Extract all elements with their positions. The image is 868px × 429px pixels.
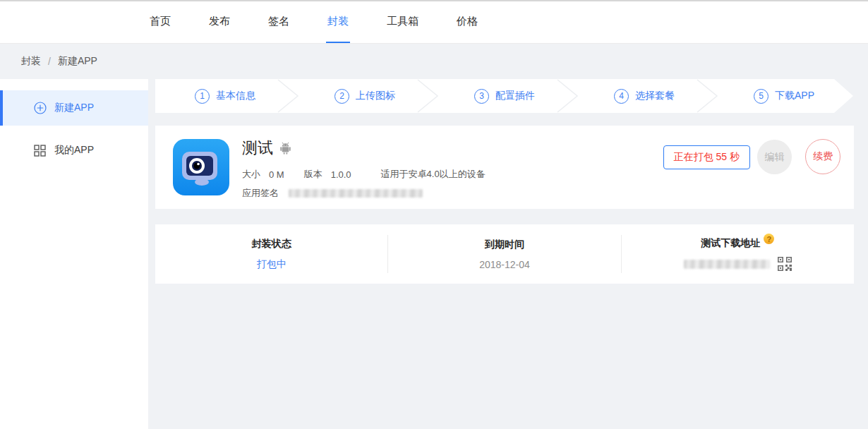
redacted-download-url — [684, 260, 770, 269]
wizard-steps: 1 基本信息 2 上传图标 3 配置插件 4 选择套餐 5 下载APP — [155, 79, 854, 113]
sidebar-item-new-app[interactable]: 新建APP — [0, 90, 148, 126]
download-url-column: 测试下载地址 ? — [622, 224, 854, 284]
renew-button[interactable]: 续费 — [805, 139, 840, 174]
step-download-app: 5 下载APP — [714, 79, 854, 113]
step-select-plan: 4 选择套餐 — [574, 79, 714, 113]
qr-code-icon[interactable] — [778, 257, 792, 271]
step-number: 1 — [195, 89, 210, 104]
version-value: 1.0.0 — [331, 169, 351, 180]
breadcrumb-current: 新建APP — [58, 55, 97, 68]
nav-item-sign[interactable]: 签名 — [267, 1, 291, 43]
app-card: 测试 — [155, 126, 854, 209]
step-label: 上传图标 — [356, 90, 395, 102]
expiry-title: 到期时间 — [485, 238, 524, 251]
sidebar-item-my-app[interactable]: 我的APP — [0, 133, 148, 168]
main-content: 1 基本信息 2 上传图标 3 配置插件 4 选择套餐 5 下载APP — [155, 79, 854, 284]
step-label: 下载APP — [775, 90, 814, 102]
nav-item-toolbox[interactable]: 工具箱 — [385, 1, 420, 43]
package-status-title: 封装状态 — [252, 238, 291, 250]
step-number: 5 — [754, 89, 768, 104]
sidebar-item-label: 新建APP — [54, 102, 94, 114]
edit-button[interactable]: 编辑 — [757, 140, 792, 174]
step-number: 2 — [334, 89, 349, 104]
version-label: 版本 — [304, 168, 323, 181]
package-status-column: 封装状态 打包中 — [155, 224, 387, 284]
help-icon[interactable]: ? — [764, 234, 774, 244]
compatibility-text: 适用于安卓4.0以上的设备 — [381, 168, 486, 181]
step-label: 配置插件 — [495, 90, 535, 102]
step-number: 4 — [614, 89, 629, 104]
page: 首页 发布 签名 封装 工具箱 价格 封装 / 新建APP 新建APP — [0, 0, 868, 429]
plus-circle-icon — [34, 102, 47, 114]
status-card: 封装状态 打包中 到期时间 2018-12-04 测试下载地址 ? — [155, 224, 854, 284]
app-icon — [173, 139, 229, 195]
packing-status-button[interactable]: 正在打包 55 秒 — [663, 145, 750, 169]
package-status-value: 打包中 — [257, 258, 287, 271]
android-icon — [279, 142, 291, 155]
download-url-title: 测试下载地址 — [701, 237, 760, 250]
step-basic-info: 1 基本信息 — [155, 79, 295, 113]
breadcrumb-section[interactable]: 封装 — [21, 55, 41, 68]
breadcrumb: 封装 / 新建APP — [21, 44, 97, 79]
size-label: 大小 — [242, 168, 260, 181]
grid-icon — [34, 144, 47, 157]
step-upload-icon: 2 上传图标 — [295, 79, 435, 113]
redacted-signature-value — [289, 189, 423, 198]
sidebar: 新建APP 我的APP — [0, 79, 148, 429]
sidebar-item-label: 我的APP — [54, 144, 94, 157]
breadcrumb-separator: / — [48, 56, 51, 67]
nav-item-price[interactable]: 价格 — [455, 1, 479, 43]
nav-item-home[interactable]: 首页 — [148, 1, 172, 43]
step-label: 基本信息 — [216, 90, 255, 102]
app-name: 测试 — [242, 138, 273, 159]
nav-item-package[interactable]: 封装 — [326, 1, 350, 43]
step-number: 3 — [474, 89, 489, 104]
app-info: 测试 — [242, 138, 486, 200]
size-value: 0 M — [269, 169, 284, 180]
step-label: 选择套餐 — [635, 90, 675, 102]
step-configure-plugins: 3 配置插件 — [435, 79, 574, 113]
expiry-column: 到期时间 2018-12-04 — [388, 224, 620, 284]
top-nav: 首页 发布 签名 封装 工具箱 价格 — [0, 0, 868, 44]
nav-item-publish[interactable]: 发布 — [207, 1, 231, 43]
expiry-value: 2018-12-04 — [479, 259, 530, 270]
signature-label: 应用签名 — [242, 187, 279, 200]
